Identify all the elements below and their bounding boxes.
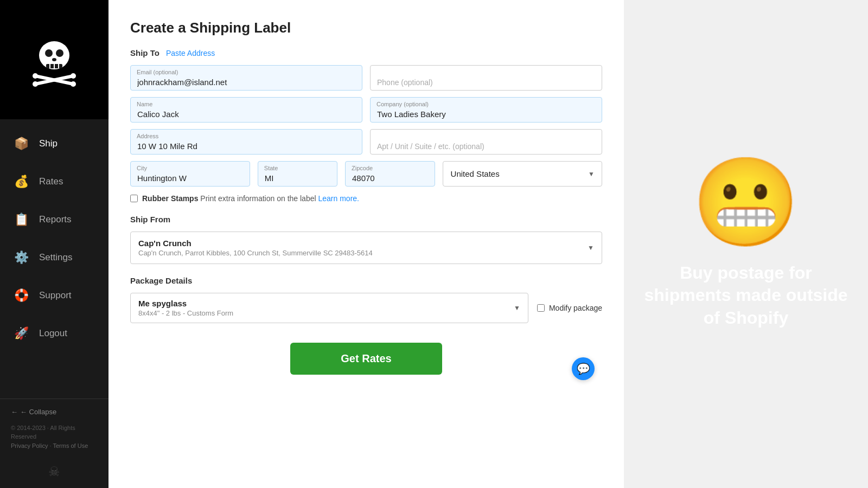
state-input[interactable] (258, 161, 337, 187)
sidebar-item-settings[interactable]: ⚙️ Settings (0, 239, 108, 277)
learn-more-link[interactable]: Learn more. (318, 194, 359, 203)
country-select-wrapper: United States Canada United Kingdom Aust… (443, 161, 602, 187)
country-select[interactable]: United States Canada United Kingdom Aust… (443, 161, 602, 187)
collapse-arrow-icon: ← (11, 408, 18, 416)
address-input[interactable] (130, 129, 362, 155)
name-input[interactable] (130, 97, 362, 123)
city-state-zip-row: City State Zipcode United States Canada … (130, 161, 602, 187)
sidebar-item-logout-label: Logout (39, 328, 67, 339)
nav-menu: 📦 Ship 💰 Rates 📋 Reports ⚙️ Settings 🛟 S… (0, 119, 108, 399)
svg-point-2 (56, 49, 63, 57)
svg-point-3 (52, 58, 56, 61)
state-group: State (258, 161, 337, 187)
email-input[interactable] (130, 65, 362, 91)
sidebar-item-reports-label: Reports (39, 214, 72, 225)
chat-icon: 💬 (577, 362, 590, 375)
skull-logo (27, 33, 81, 87)
ship-to-label: Ship To (130, 48, 159, 57)
package-details-label: Package Details (130, 276, 192, 285)
collapse-label: ← Collapse (20, 408, 56, 416)
form-panel: Create a Shipping Label Ship To Paste Ad… (108, 0, 624, 488)
package-section: Package Details Me spyglass 8x4x4" - 2 l… (130, 276, 602, 323)
company-input[interactable] (370, 97, 602, 123)
address-row: Address (130, 129, 602, 155)
ship-from-select[interactable]: Cap'n Crunch Cap'n Crunch, Parrot Kibble… (130, 232, 602, 264)
settings-icon: ⚙️ (11, 247, 31, 268)
svg-point-1 (45, 49, 53, 57)
zip-group: Zipcode (345, 161, 435, 187)
ship-from-label: Ship From (130, 215, 170, 224)
ship-from-address: Cap'n Crunch, Parrot Kibbles, 100 Crunch… (138, 249, 580, 257)
chat-bubble-button[interactable]: 💬 (572, 357, 595, 380)
phone-input[interactable] (370, 65, 602, 91)
package-row: Me spyglass 8x4x4" - 2 lbs - Customs For… (130, 293, 602, 323)
package-select[interactable]: Me spyglass 8x4x4" - 2 lbs - Customs For… (130, 293, 528, 323)
sidebar-item-settings-label: Settings (39, 252, 72, 263)
get-rates-section: Get Rates 💬 (130, 337, 602, 375)
page-title: Create a Shipping Label (130, 20, 602, 36)
modify-package-row: Modify package (537, 304, 602, 312)
rubber-stamps-row: Rubber Stamps Print extra information on… (130, 194, 602, 203)
ship-from-name: Cap'n Crunch (138, 239, 580, 248)
package-name: Me spyglass (138, 299, 506, 308)
main-content: Create a Shipping Label Ship To Paste Ad… (108, 0, 868, 488)
svg-point-10 (33, 73, 38, 79)
right-panel: 😬 Buy postage for shipments made outside… (624, 0, 868, 488)
svg-point-13 (71, 81, 76, 87)
get-rates-button[interactable]: Get Rates (290, 343, 442, 375)
phone-group (370, 65, 602, 91)
sidebar-item-ship[interactable]: 📦 Ship (0, 125, 108, 163)
company-group: Company (optional) (370, 97, 602, 123)
terms-link[interactable]: Terms of Use (53, 442, 88, 449)
rates-icon: 💰 (11, 171, 31, 192)
sidebar-item-support[interactable]: 🛟 Support (0, 277, 108, 314)
promo-emoji: 😬 (692, 159, 800, 246)
address-group: Address (130, 129, 362, 155)
name-group: Name (130, 97, 362, 123)
address2-input[interactable] (370, 129, 602, 155)
sidebar-item-reports[interactable]: 📋 Reports (0, 201, 108, 239)
email-phone-row: Email (optional) (130, 65, 602, 91)
paste-address-link[interactable]: Paste Address (166, 49, 215, 57)
sidebar-bottom: ← ← Collapse © 2014-2023 · All Rights Re… (0, 399, 108, 459)
svg-point-12 (33, 81, 38, 87)
name-company-row: Name Company (optional) (130, 97, 602, 123)
bottom-skull-icon: ☠ (0, 459, 108, 488)
package-inner: Me spyglass 8x4x4" - 2 lbs - Customs For… (131, 293, 528, 323)
sidebar-item-ship-label: Ship (39, 138, 58, 149)
promo-text: Buy postage for shipments made outside o… (643, 262, 849, 330)
rubber-stamps-checkbox[interactable] (130, 195, 138, 202)
rubber-stamps-label[interactable]: Rubber Stamps Print extra information on… (142, 194, 359, 203)
modify-package-checkbox[interactable] (537, 304, 545, 312)
modify-package-label[interactable]: Modify package (549, 304, 602, 312)
privacy-link[interactable]: Privacy Policy (11, 442, 48, 449)
collapse-button[interactable]: ← ← Collapse (11, 408, 98, 416)
reports-icon: 📋 (11, 209, 31, 230)
copyright-text: © 2014-2023 · All Rights Reserved Privac… (11, 423, 98, 451)
package-size: 8x4x4" - 2 lbs - Customs Form (138, 309, 506, 317)
city-input[interactable] (130, 161, 250, 187)
support-icon: 🛟 (11, 285, 31, 306)
ship-from-section: Ship From Cap'n Crunch Cap'n Crunch, Par… (130, 215, 602, 264)
email-group: Email (optional) (130, 65, 362, 91)
logout-icon: 🚀 (11, 323, 31, 344)
logo-area (0, 0, 108, 119)
ship-from-header: Ship From (130, 215, 602, 224)
sidebar-item-logout[interactable]: 🚀 Logout (0, 314, 108, 352)
sidebar: 📦 Ship 💰 Rates 📋 Reports ⚙️ Settings 🛟 S… (0, 0, 108, 488)
zip-input[interactable] (345, 161, 435, 187)
package-header: Package Details (130, 276, 602, 285)
ship-from-inner: Cap'n Crunch Cap'n Crunch, Parrot Kibble… (131, 232, 602, 264)
ship-icon: 📦 (11, 133, 31, 154)
address2-group (370, 129, 602, 155)
sidebar-item-support-label: Support (39, 290, 72, 301)
country-group: United States Canada United Kingdom Aust… (443, 161, 602, 187)
sidebar-item-rates-label: Rates (39, 176, 63, 187)
city-group: City (130, 161, 250, 187)
ship-to-header: Ship To Paste Address (130, 48, 602, 57)
sidebar-item-rates[interactable]: 💰 Rates (0, 163, 108, 201)
svg-point-11 (71, 73, 76, 79)
